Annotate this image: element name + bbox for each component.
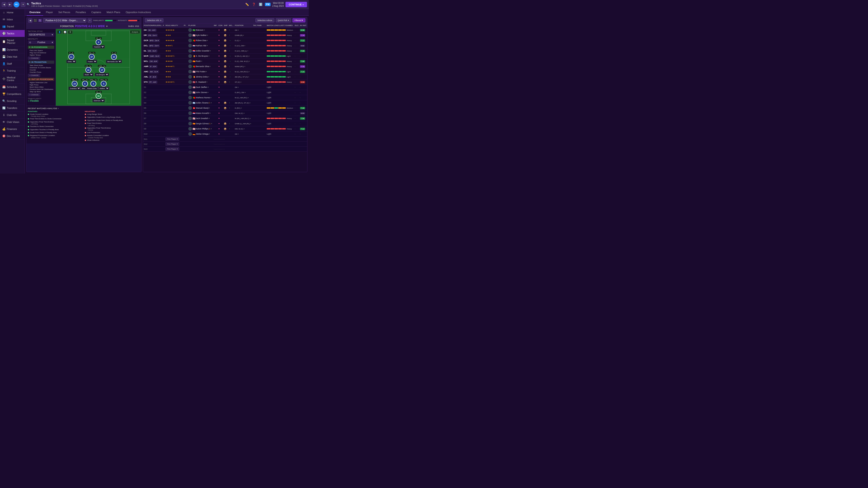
player-name[interactable]: Mateo Kovačić bbox=[196, 112, 209, 114]
position-dropdown-icon[interactable]: ▾ bbox=[248, 97, 249, 99]
col-position-label[interactable]: POSITION bbox=[234, 24, 252, 28]
add-tactic-button[interactable]: + bbox=[88, 19, 92, 23]
player-dropdown-icon[interactable]: ▾ bbox=[208, 91, 209, 94]
formation-dropdown-icon[interactable]: ▾ bbox=[106, 25, 107, 28]
player-dropdown-icon[interactable]: ▾ bbox=[206, 70, 207, 73]
mentality-value[interactable]: ⊙ Positive ▾ bbox=[28, 40, 54, 44]
sidebar-item-tactics[interactable]: ⚽Tactics bbox=[0, 30, 25, 37]
sidebar-item-staff[interactable]: 👤Staff bbox=[0, 60, 25, 67]
player-dropdown-icon[interactable]: ▾ bbox=[209, 133, 210, 135]
player-name-select[interactable]: Gvardiol bbox=[68, 87, 81, 90]
player-name[interactable]: Kyle Walker bbox=[196, 34, 207, 36]
player-dropdown-icon[interactable]: ▾ bbox=[209, 55, 210, 57]
player-dropdown-icon[interactable]: ▾ bbox=[210, 65, 211, 68]
help-icon[interactable]: ❓ bbox=[251, 2, 256, 7]
col-inf[interactable]: INF bbox=[213, 24, 218, 28]
edit-icon[interactable]: ✏️ bbox=[245, 2, 250, 7]
player-dropdown-icon[interactable]: ▾ bbox=[201, 60, 202, 62]
player-dropdown-icon[interactable]: ▾ bbox=[210, 112, 211, 114]
sidebar-item-medical[interactable]: ➕Medical Centre bbox=[0, 74, 25, 84]
position-dropdown-icon[interactable]: ▾ bbox=[250, 123, 251, 125]
sidebar-item-competitions[interactable]: 🏆Competitions bbox=[0, 91, 25, 98]
tab-opposition[interactable]: Opposition Instructions bbox=[123, 9, 154, 16]
position-dropdown-icon[interactable]: ▾ bbox=[241, 107, 242, 109]
pitch-player-ST[interactable]: PF - At 9 Haaland bbox=[92, 37, 105, 48]
tactic-name-select[interactable]: Positive 4-2-3-1 Wide - Gegen... bbox=[43, 18, 87, 23]
pitch-player-CB2[interactable]: BPD - De 5 Walker bbox=[98, 78, 109, 90]
pick-player-button[interactable]: Pick Player ▾ bbox=[165, 142, 179, 146]
role-duty-badge[interactable]: SK - At ▾ bbox=[147, 29, 157, 32]
player-dropdown-icon[interactable]: ▾ bbox=[207, 44, 208, 47]
player-name-select[interactable]: Doku bbox=[66, 60, 76, 63]
role-duty-badge[interactable]: AM - Su ▾ bbox=[149, 70, 159, 73]
tab-player[interactable]: Player bbox=[43, 9, 56, 16]
position-dropdown-icon[interactable]: ▾ bbox=[250, 118, 251, 120]
col-con[interactable]: CON bbox=[218, 24, 223, 28]
player-name[interactable]: Kalvin Phillips bbox=[196, 128, 209, 130]
player-name[interactable]: E. Haaland bbox=[196, 81, 206, 83]
col-player[interactable]: PLAYER bbox=[188, 24, 213, 28]
player-name-select[interactable]: Rodri bbox=[84, 73, 93, 76]
player-name[interactable]: Joško Gvardiol bbox=[196, 50, 209, 52]
pick-player-button[interactable]: Pick Player ▾ bbox=[165, 147, 179, 151]
player-name[interactable]: Stefan Ortega bbox=[196, 133, 209, 135]
player-name[interactable]: Julián Álvarez bbox=[196, 102, 209, 104]
pitch-player-GK[interactable]: SK - At 31 Ederson bbox=[92, 91, 105, 102]
player-name[interactable]: Jérémy Doku bbox=[196, 76, 208, 78]
player-dropdown-icon[interactable]: ▾ bbox=[209, 107, 210, 109]
sidebar-item-club-info[interactable]: ℹClub Info bbox=[0, 111, 25, 119]
pick-player-button[interactable]: Pick Player ▾ bbox=[165, 137, 179, 141]
pitch-player-CAR[interactable]: CAR - Su 17 De Bruyne bbox=[95, 65, 109, 76]
pitch-player-AML[interactable]: IF - At 11 Doku bbox=[66, 52, 76, 63]
player-name-select[interactable]: Ederson bbox=[92, 99, 105, 102]
player-name-select[interactable]: Walker bbox=[98, 87, 109, 90]
position-dropdown-icon[interactable]: ▾ bbox=[243, 34, 244, 36]
role-duty-badge[interactable]: IF - At ▾ bbox=[149, 65, 157, 68]
info-icon[interactable]: ℹ️ bbox=[258, 2, 263, 7]
role-duty-badge[interactable]: CM - At ▾ bbox=[149, 60, 158, 63]
quick-pick-button[interactable]: Quick Pick ▾ bbox=[276, 18, 291, 22]
role-duty-badge[interactable]: CAR - De ▾ bbox=[149, 55, 160, 58]
position-dropdown-icon[interactable]: ▾ bbox=[244, 128, 245, 130]
player-dropdown-icon[interactable]: ▾ bbox=[209, 117, 210, 120]
player-name[interactable]: Manuel Akanji bbox=[196, 107, 209, 109]
position-dropdown-icon[interactable]: ▾ bbox=[244, 66, 245, 68]
position-dropdown-icon[interactable]: ▾ bbox=[238, 86, 239, 88]
sidebar-item-transfers[interactable]: 🔄Transfers bbox=[0, 105, 25, 111]
position-dropdown-icon[interactable]: ▾ bbox=[244, 112, 245, 114]
position-dropdown-icon[interactable]: ▾ bbox=[241, 81, 241, 83]
tab-penalties[interactable]: Penalties bbox=[73, 9, 89, 16]
out-possession-change-button[interactable]: » CHANGE bbox=[28, 93, 40, 96]
position-dropdown-icon[interactable]: ▾ bbox=[247, 50, 248, 52]
player-name[interactable]: Bernardo Silva bbox=[196, 65, 209, 68]
sidebar-item-scouting[interactable]: 🔍Scouting bbox=[0, 98, 25, 105]
tactics-prev-button[interactable]: ◀ bbox=[28, 19, 32, 23]
player-dropdown-icon[interactable]: ▾ bbox=[211, 128, 212, 130]
player-dropdown-icon[interactable]: ▾ bbox=[208, 76, 209, 78]
sidebar-item-dynamics[interactable]: 📊Dynamics bbox=[0, 46, 25, 53]
col-gls[interactable]: GLS bbox=[294, 24, 299, 28]
position-dropdown-icon[interactable]: ▾ bbox=[238, 133, 239, 135]
position-dropdown-icon[interactable]: ▾ bbox=[244, 45, 245, 47]
position-dropdown-icon[interactable]: ▾ bbox=[240, 39, 241, 41]
col-pi[interactable]: PI bbox=[183, 24, 188, 28]
player-dropdown-icon[interactable]: ▾ bbox=[211, 123, 212, 125]
selection-info-button[interactable]: Selection Info ▾ bbox=[145, 18, 163, 22]
player-name[interactable]: John Stones bbox=[196, 91, 207, 94]
player-dropdown-icon[interactable]: ▾ bbox=[204, 29, 205, 31]
col-av-rat[interactable]: AV RAT bbox=[299, 24, 307, 28]
player-name-select[interactable]: Bernardo Silva bbox=[106, 60, 122, 63]
tactical-style-value[interactable]: GEGENPRESS ▾ bbox=[28, 33, 54, 37]
pitch-player-AM[interactable]: AM - Su 47 Foden bbox=[86, 52, 97, 63]
player-name[interactable]: K. De Bruyne bbox=[196, 55, 208, 57]
selection-advice-button[interactable]: Selection Advice bbox=[255, 18, 274, 22]
tab-overview[interactable]: Overview bbox=[27, 9, 43, 16]
role-duty-badge[interactable]: PF - At ▾ bbox=[148, 80, 157, 84]
player-dropdown-icon[interactable]: ▾ bbox=[211, 102, 212, 104]
player-name[interactable]: Rúben Dias bbox=[196, 39, 206, 41]
player-dropdown-icon[interactable]: ▾ bbox=[207, 34, 208, 36]
nav-back-button[interactable]: ◀ bbox=[2, 2, 6, 7]
role-duty-badge[interactable]: IFB - De ▾ bbox=[147, 34, 158, 37]
in-transition-change-button[interactable]: » CHANGE bbox=[28, 74, 40, 77]
tab-match-plans[interactable]: Match Plans bbox=[104, 9, 123, 16]
